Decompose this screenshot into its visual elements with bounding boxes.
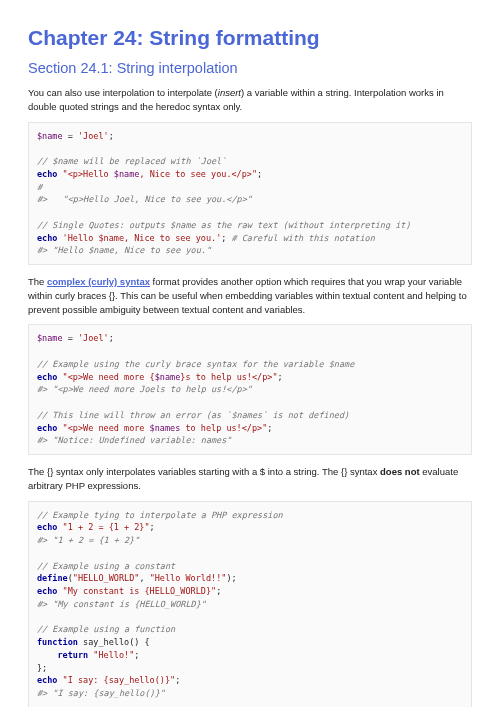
code-block-2: $name = 'Joel'; // Example using the cur… xyxy=(28,324,472,455)
chapter-title: Chapter 24: String formatting xyxy=(28,26,472,50)
section-title: Section 24.1: String interpolation xyxy=(28,60,472,76)
intro-paragraph: You can also use interpolation to interp… xyxy=(28,86,472,114)
complex-syntax-link[interactable]: complex (curly) syntax xyxy=(47,276,150,287)
code-block-3: // Example tying to interpolate a PHP ex… xyxy=(28,501,472,707)
paragraph-2: The complex (curly) syntax format provid… xyxy=(28,275,472,316)
code-block-1: $name = 'Joel'; // $name will be replace… xyxy=(28,122,472,266)
paragraph-3: The {} syntax only interpolates variable… xyxy=(28,465,472,493)
